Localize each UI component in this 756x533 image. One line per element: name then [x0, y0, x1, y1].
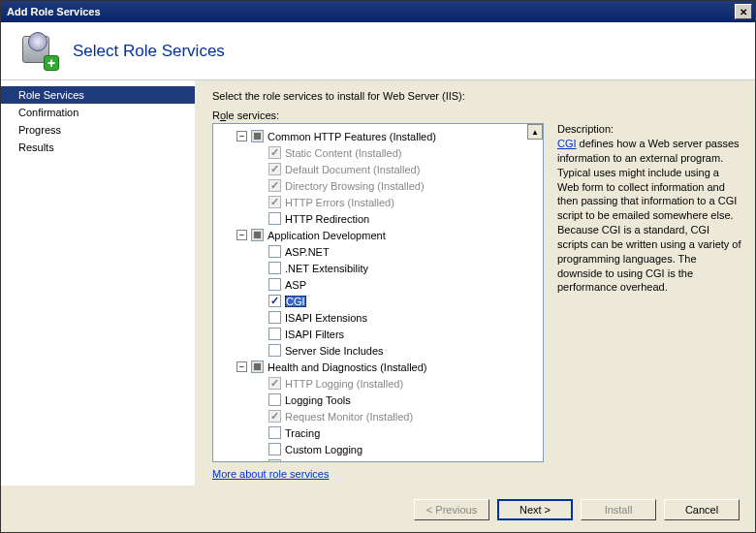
install-button: Install	[581, 499, 656, 520]
next-button[interactable]: Next >	[497, 499, 573, 520]
expander-icon[interactable]: −	[236, 361, 247, 372]
previous-button: < Previous	[414, 499, 489, 520]
tree-node-label[interactable]: Server Side Includes	[285, 345, 384, 357]
tree-node[interactable]: −Common HTTP Features (Installed)	[215, 128, 541, 144]
tree-node-label[interactable]: Common HTTP Features (Installed)	[268, 131, 436, 142]
tree-node[interactable]: Tracing	[215, 424, 541, 441]
tree-node-label[interactable]: Custom Logging	[285, 444, 362, 455]
sidebar-item-confirmation[interactable]: Confirmation	[1, 104, 195, 121]
tree-node[interactable]: Default Document (Installed)	[215, 161, 541, 177]
tree-node-label[interactable]: ISAPI Filters	[285, 329, 344, 340]
tree-node[interactable]: ASP	[215, 276, 541, 293]
checkbox	[268, 179, 281, 192]
checkbox[interactable]	[268, 344, 281, 357]
sidebar-item-role-services[interactable]: Role Services	[1, 86, 195, 104]
tree-node[interactable]: ASP.NET	[215, 243, 541, 260]
checkbox[interactable]	[268, 426, 281, 439]
checkbox[interactable]	[268, 245, 281, 258]
tree-node-label[interactable]: CGI	[285, 296, 306, 307]
checkbox[interactable]	[268, 212, 281, 225]
checkbox[interactable]	[268, 262, 281, 274]
wizard-icon: +	[20, 32, 59, 71]
tree-node[interactable]: CGI	[215, 293, 541, 309]
tree-node-label[interactable]: ODBC Logging	[285, 460, 357, 463]
tree-node-label[interactable]: Request Monitor (Installed)	[285, 411, 413, 423]
tree-node[interactable]: .NET Extensibility	[215, 260, 541, 276]
tree-node[interactable]: ISAPI Filters	[215, 326, 541, 342]
tree-node-label[interactable]: .NET Extensibility	[285, 263, 368, 274]
scroll-up-icon[interactable]: ▲	[527, 124, 543, 140]
tree-node[interactable]: ODBC Logging	[215, 457, 541, 462]
checkbox	[268, 146, 281, 159]
instruction-text: Select the role services to install for …	[212, 90, 741, 102]
window-title: Add Role Services	[7, 6, 735, 17]
checkbox[interactable]	[268, 278, 281, 291]
checkbox[interactable]	[268, 295, 281, 307]
checkbox[interactable]	[268, 328, 281, 340]
description-link[interactable]: CGI	[557, 138, 577, 149]
tree-node-label[interactable]: Directory Browsing (Installed)	[285, 180, 425, 192]
more-link[interactable]: More about role services	[212, 468, 544, 480]
sidebar-item-results[interactable]: Results	[1, 139, 195, 156]
role-services-label: Role services:	[212, 110, 741, 121]
tree-node-label[interactable]: Static Content (Installed)	[285, 147, 401, 159]
checkbox[interactable]	[268, 443, 281, 455]
checkbox	[268, 196, 281, 208]
tree-node[interactable]: ISAPI Extensions	[215, 309, 541, 326]
tree-node[interactable]: Server Side Includes	[215, 342, 541, 359]
tree-node[interactable]: −Health and Diagnostics (Installed)	[215, 359, 541, 375]
tree-node[interactable]: −Application Development	[215, 227, 541, 243]
tree-node-label[interactable]: ISAPI Extensions	[285, 312, 367, 324]
sidebar-item-progress[interactable]: Progress	[1, 121, 195, 139]
tree-node-label[interactable]: Logging Tools	[285, 394, 351, 406]
tree-node[interactable]: HTTP Redirection	[215, 210, 541, 227]
tree-node-label[interactable]: HTTP Logging (Installed)	[285, 378, 403, 390]
checkbox[interactable]	[268, 393, 281, 406]
close-button[interactable]: ✕	[735, 4, 752, 19]
header: + Select Role Services	[1, 22, 755, 80]
expander-icon[interactable]: −	[236, 131, 247, 141]
description-panel: Description: CGI defines how a Web serve…	[557, 123, 741, 480]
checkbox	[268, 377, 281, 390]
tree-node-label[interactable]: Tracing	[285, 427, 320, 439]
tree-node-label[interactable]: HTTP Redirection	[285, 213, 369, 225]
tree-node[interactable]: Directory Browsing (Installed)	[215, 177, 541, 194]
cancel-button[interactable]: Cancel	[664, 499, 740, 520]
tree-node[interactable]: Static Content (Installed)	[215, 144, 541, 161]
checkbox[interactable]	[251, 130, 264, 142]
tree-node[interactable]: Logging Tools	[215, 392, 541, 408]
tree-node-label[interactable]: Application Development	[268, 230, 386, 241]
checkbox	[268, 410, 281, 423]
expander-icon[interactable]: −	[236, 230, 247, 240]
tree-node-label[interactable]: HTTP Errors (Installed)	[285, 197, 394, 208]
sidebar: Role ServicesConfirmationProgressResults	[1, 80, 195, 486]
tree-node[interactable]: HTTP Logging (Installed)	[215, 375, 541, 392]
tree-node[interactable]: Custom Logging	[215, 441, 541, 457]
tree-node-label[interactable]: Default Document (Installed)	[285, 164, 420, 175]
description-heading: Description:	[557, 123, 741, 135]
tree-node[interactable]: HTTP Errors (Installed)	[215, 194, 541, 210]
checkbox[interactable]	[268, 311, 281, 324]
tree-node[interactable]: Request Monitor (Installed)	[215, 408, 541, 424]
description-text: CGI defines how a Web server passes info…	[557, 137, 741, 295]
main-panel: Select the role services to install for …	[195, 80, 755, 486]
checkbox[interactable]	[251, 229, 264, 241]
checkbox[interactable]	[268, 459, 281, 462]
role-services-tree[interactable]: ▲ −Common HTTP Features (Installed)Stati…	[212, 123, 544, 462]
footer: < Previous Next > Install Cancel	[1, 486, 755, 533]
tree-node-label[interactable]: ASP	[285, 279, 306, 291]
page-title: Select Role Services	[73, 42, 225, 61]
tree-node-label[interactable]: Health and Diagnostics (Installed)	[268, 361, 426, 373]
titlebar: Add Role Services ✕	[1, 1, 755, 22]
tree-node-label[interactable]: ASP.NET	[285, 246, 330, 258]
checkbox[interactable]	[251, 361, 264, 373]
checkbox	[268, 163, 281, 175]
